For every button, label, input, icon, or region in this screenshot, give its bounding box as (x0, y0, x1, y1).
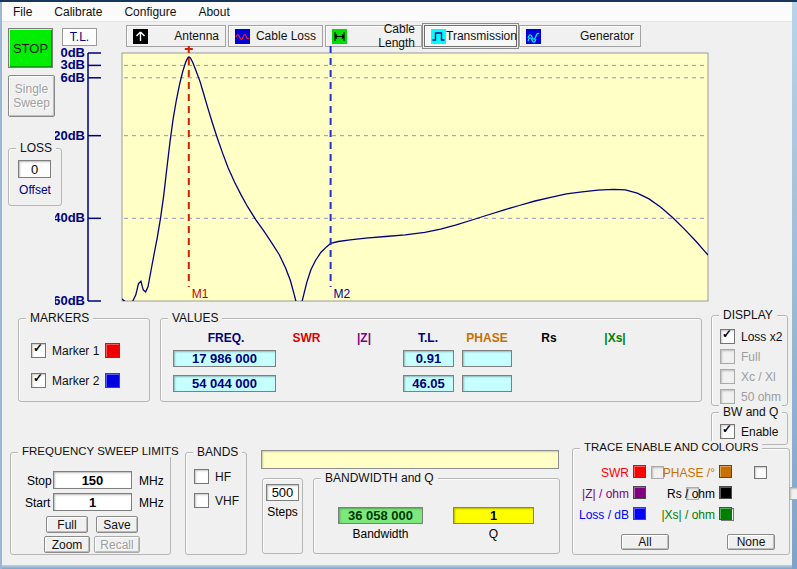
menu-bar: File Calibrate Configure About (2, 2, 792, 22)
window-border-bottom (2, 565, 792, 569)
toolbar-transmission-button[interactable]: Transmission (424, 25, 517, 47)
display-lossx2-checkbox[interactable] (720, 329, 735, 344)
bandwidth-group: BANDWIDTH and Q 36 058 000 Bandwidth 1 Q (313, 478, 560, 554)
tl-axis-label: T.L. (62, 28, 97, 46)
marker1-phase-field (462, 350, 512, 367)
band-vhf-row: VHF (194, 493, 239, 508)
trace-swr-swatch[interactable] (633, 465, 646, 478)
toolbar-antenna-button[interactable]: Antenna (126, 25, 226, 47)
display-50ohm-checkbox[interactable] (720, 389, 735, 404)
toolbar-generator-button[interactable]: Generator (519, 25, 641, 47)
trace-loss-swatch[interactable] (633, 507, 646, 520)
loss-group-title: LOSS (16, 141, 56, 155)
display-group-title: DISPLAY (719, 308, 777, 322)
marker1-freq-field[interactable]: 17 986 000 (173, 350, 276, 367)
svg-text:M2: M2 (334, 287, 351, 301)
bwq-enable-row: Enable (720, 424, 778, 439)
tl-header: T.L. (403, 331, 453, 345)
recall-sweep-button[interactable]: Recall (94, 536, 140, 553)
loss-offset-input[interactable]: 0 (18, 160, 51, 178)
values-group: VALUES FREQ. SWR |Z| T.L. PHASE Rs |Xs| … (160, 318, 702, 402)
marker2-phase-field (462, 375, 512, 392)
loss-group: LOSS 0 Offset (8, 148, 62, 206)
trace-z-swatch[interactable] (633, 486, 646, 499)
status-strip (261, 450, 559, 469)
menu-about[interactable]: About (187, 4, 240, 20)
z-header: |Z| (344, 331, 384, 345)
marker2-color-swatch[interactable] (105, 373, 120, 388)
band-hf-checkbox[interactable] (194, 469, 209, 484)
bandwidth-group-title: BANDWIDTH and Q (321, 471, 438, 485)
swr-header: SWR (284, 331, 329, 345)
start-label: Start (25, 496, 50, 510)
menu-configure[interactable]: Configure (113, 4, 187, 20)
marker1-row: Marker 1 (31, 343, 120, 358)
transmission-loss-chart[interactable]: 0dB3dB6dB20dB40dB60dBM1M2 (55, 45, 711, 307)
app-window: File Calibrate Configure About STOP T.L.… (0, 0, 797, 569)
bands-group: BANDS HF VHF (185, 452, 247, 555)
markers-group-title: MARKERS (26, 311, 93, 325)
transmission-icon (431, 29, 446, 44)
generator-icon (526, 29, 541, 44)
marker1-color-swatch[interactable] (105, 343, 120, 358)
marker1-tl-field: 0.91 (403, 350, 454, 367)
trace-phase-swatch[interactable] (719, 465, 732, 478)
trace-group: TRACE ENABLE AND COLOURS SWR PHASE /° |Z… (572, 448, 790, 555)
menu-file[interactable]: File (2, 4, 43, 20)
zoom-sweep-button[interactable]: Zoom (44, 536, 90, 553)
toolbar-cable-loss-button[interactable]: Cable Loss (228, 25, 323, 47)
trace-rs-swatch[interactable] (719, 486, 732, 499)
marker2-row: Marker 2 (31, 373, 120, 388)
steps-input[interactable]: 500 (266, 484, 299, 501)
trace-phase-checkbox[interactable] (754, 466, 767, 479)
bwq-enable-checkbox[interactable] (720, 424, 735, 439)
display-xcxl-label: Xc / Xl (741, 370, 776, 384)
phase-header: PHASE (461, 331, 513, 345)
trace-xs-label: |Xs| / ohm (657, 508, 715, 522)
bands-group-title: BANDS (193, 445, 242, 459)
svg-text:60dB: 60dB (55, 293, 85, 307)
stop-label: Stop (27, 474, 52, 488)
svg-text:6dB: 6dB (60, 70, 85, 85)
bwq-enable-label: Enable (741, 425, 778, 439)
toolbar-antenna-label: Antenna (148, 29, 219, 43)
marker2-checkbox[interactable] (31, 373, 46, 388)
trace-rs-checkbox[interactable] (789, 487, 797, 500)
steps-box: 500 Steps (262, 478, 303, 554)
sweep-group: FREQUENCY SWEEP LIMITS Stop 150 MHz Star… (10, 452, 171, 555)
antenna-icon (133, 29, 148, 44)
marker2-label: Marker 2 (52, 374, 99, 388)
display-full-checkbox[interactable] (720, 349, 735, 364)
single-sweep-button[interactable]: Single Sweep (8, 75, 55, 117)
svg-text:40dB: 40dB (55, 210, 85, 225)
trace-all-button[interactable]: All (621, 534, 669, 550)
svg-text:M1: M1 (192, 287, 209, 301)
trace-none-button[interactable]: None (727, 534, 775, 550)
cable-loss-icon (235, 29, 250, 44)
values-group-title: VALUES (168, 311, 222, 325)
display-xcxl-checkbox[interactable] (720, 369, 735, 384)
band-vhf-checkbox[interactable] (194, 493, 209, 508)
trace-xs-swatch[interactable] (719, 507, 732, 520)
stop-button[interactable]: STOP (8, 28, 53, 68)
save-sweep-button[interactable]: Save (96, 516, 138, 533)
q-label: Q (453, 527, 534, 541)
toolbar-transmission-label: Transmission (446, 29, 517, 43)
full-sweep-button[interactable]: Full (46, 516, 88, 533)
toolbar-cable-loss-label: Cable Loss (250, 29, 316, 43)
stop-freq-input[interactable]: 150 (53, 471, 132, 489)
trace-phase-label: PHASE /° (661, 466, 715, 480)
rs-header: Rs (531, 331, 567, 345)
bandwidth-label: Bandwidth (338, 527, 423, 541)
marker1-checkbox[interactable] (31, 343, 46, 358)
trace-z-label: |Z| / ohm (573, 487, 629, 501)
marker2-freq-field[interactable]: 54 044 000 (173, 375, 276, 392)
trace-loss-label: Loss / dB (573, 508, 629, 522)
start-freq-input[interactable]: 1 (53, 493, 132, 511)
display-lossx2-label: Loss x2 (741, 330, 782, 344)
menu-calibrate[interactable]: Calibrate (43, 4, 113, 20)
sweep-group-title: FREQUENCY SWEEP LIMITS (18, 445, 183, 457)
toolbar-cable-length-button[interactable]: Cable Length (325, 25, 422, 47)
single-sweep-label-line1: Single (15, 82, 48, 96)
window-border-right (792, 2, 797, 569)
